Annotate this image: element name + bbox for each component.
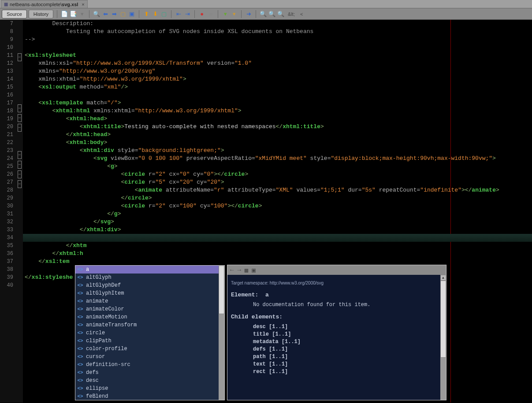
highlight-icon[interactable]: ▢ xyxy=(119,11,126,18)
documentation-panel: ← → ▦ ▣ Target namespace: http://www.w3.… xyxy=(227,265,446,400)
child-element: metadata [1..1] xyxy=(231,338,443,346)
autocomplete-item[interactable]: <>clipPath xyxy=(75,337,219,345)
fold-icon[interactable]: − xyxy=(18,180,22,188)
line-gutter: 78910 11121314 15161718 19202122 2324252… xyxy=(0,20,16,403)
shift-right-icon[interactable]: ⇥ xyxy=(184,11,191,18)
diff-next-icon[interactable]: ▾ xyxy=(231,11,238,18)
history-button[interactable]: History xyxy=(29,10,53,18)
scroll-up-icon[interactable]: ▲ xyxy=(440,275,446,281)
fold-icon[interactable]: − xyxy=(18,161,22,169)
autocomplete-list[interactable]: <>a <>altGlyph <>altGlyphDef <>altGlyphI… xyxy=(75,266,219,400)
autocomplete-item[interactable]: <>color-profile xyxy=(75,345,219,353)
file-tab[interactable]: ▦ netbeans-autocomplete\svg.xsl × xyxy=(1,0,88,8)
scrollbar[interactable]: ▲ xyxy=(440,275,446,400)
fold-column[interactable]: − − − − − − − − xyxy=(16,20,23,403)
child-element: path [1..1] xyxy=(231,353,443,361)
nav-back-icon[interactable]: 📄 xyxy=(61,11,68,18)
autocomplete-item[interactable]: <>cursor xyxy=(75,353,219,361)
element-heading: Element: a xyxy=(231,291,443,299)
element-icon: <> xyxy=(77,386,83,391)
doc-body: Target namespace: http://www.w3.org/2000… xyxy=(227,275,446,398)
zoom-out-icon[interactable]: 🔍 xyxy=(268,11,275,18)
element-icon: <> xyxy=(77,362,83,367)
fold-icon[interactable]: − xyxy=(18,151,22,159)
fold-icon[interactable]: − xyxy=(18,53,22,61)
element-icon: <> xyxy=(77,322,83,328)
element-icon: <> xyxy=(77,370,83,375)
autocomplete-item[interactable]: <>altGlyphDef xyxy=(75,281,219,289)
autocomplete-item[interactable]: <>desc xyxy=(75,377,219,385)
close-icon[interactable]: × xyxy=(82,2,84,7)
fold-icon[interactable]: − xyxy=(18,104,22,112)
lt-label: < xyxy=(300,11,303,17)
bookmark-icon[interactable]: ▢ xyxy=(160,11,167,18)
nav-fwd-icon[interactable]: 📑 xyxy=(70,11,77,18)
tab-path: netbeans-autocomplete\svg.xsl xyxy=(10,2,78,7)
autocomplete-item[interactable]: <>animateTransform xyxy=(75,321,219,329)
element-icon: <> xyxy=(77,354,83,359)
autocomplete-item[interactable]: <>circle xyxy=(75,329,219,337)
copy-icon[interactable]: ▣ xyxy=(252,266,255,274)
scrollbar-thumb[interactable] xyxy=(219,266,224,314)
autocomplete-item[interactable]: <>definition-src xyxy=(75,361,219,369)
entity-label: &lt; xyxy=(288,11,295,17)
element-icon: <> xyxy=(77,378,83,383)
autocomplete-item[interactable]: <>animateColor xyxy=(75,305,219,313)
autocomplete-item[interactable]: <>ellipse xyxy=(75,385,219,392)
shift-left-icon[interactable]: ⇤ xyxy=(175,11,182,18)
autocomplete-item[interactable]: <>altGlyph xyxy=(75,274,219,281)
goto-icon[interactable]: ➜ xyxy=(245,11,252,18)
autocomplete-item[interactable]: <>a xyxy=(75,266,219,274)
element-icon: <> xyxy=(77,394,83,399)
separator xyxy=(57,10,57,18)
editor[interactable]: 78910 11121314 15161718 19202122 2324252… xyxy=(0,20,532,403)
element-icon: <> xyxy=(77,267,83,272)
child-element: defs [1..1] xyxy=(231,346,443,353)
source-button[interactable]: Source xyxy=(2,10,27,18)
autocomplete-item[interactable]: <>animate xyxy=(75,297,219,305)
autocomplete-item[interactable]: <>altGlyphItem xyxy=(75,289,219,297)
element-icon: <> xyxy=(77,346,83,351)
autocomplete-item[interactable]: <>defs xyxy=(75,369,219,377)
up-icon[interactable]: ⬆ xyxy=(143,11,150,18)
down-icon[interactable]: ⬇ xyxy=(152,11,159,18)
zoom-in-icon[interactable]: 🔍 xyxy=(260,11,267,18)
scrollbar-thumb[interactable] xyxy=(440,281,446,358)
record-icon[interactable]: ● xyxy=(198,11,205,18)
find-icon[interactable]: 🔍 xyxy=(93,11,100,18)
separator xyxy=(89,10,89,18)
autocomplete-item[interactable]: <>animateMotion xyxy=(75,313,219,321)
zoom-reset-icon[interactable]: 🔍 xyxy=(277,11,284,18)
separator xyxy=(171,10,171,18)
stop-icon[interactable]: ■ xyxy=(207,11,214,18)
child-element: rect [1..1] xyxy=(231,368,443,376)
scrollbar[interactable] xyxy=(219,266,224,400)
file-icon: ▦ xyxy=(4,2,8,7)
find-prev-icon[interactable]: ⬅ xyxy=(102,11,109,18)
page-icon[interactable]: ▦ xyxy=(245,266,248,274)
element-icon: <> xyxy=(77,314,83,320)
separator xyxy=(241,10,242,18)
fold-icon[interactable]: − xyxy=(18,124,22,132)
fold-icon[interactable]: − xyxy=(18,114,22,122)
child-element: title [1..1] xyxy=(231,331,443,338)
fold-icon[interactable]: − xyxy=(18,170,22,178)
separator xyxy=(194,10,195,18)
forward-icon[interactable]: → xyxy=(237,266,241,274)
separator xyxy=(218,10,218,18)
toolbar: Source History 📄 📑 ▾ 🔍 ⬅ ➡ ▢ ▣ ⬆ ⬇ ▢ ⇤ ⇥… xyxy=(0,8,532,20)
diff-prev-icon[interactable]: ▾ xyxy=(222,11,229,18)
no-doc-text: No documentation found for this item. xyxy=(231,301,443,309)
separator xyxy=(139,10,139,18)
child-element: desc [1..1] xyxy=(231,323,443,331)
doc-toolbar: ← → ▦ ▣ xyxy=(227,265,446,275)
element-icon: <> xyxy=(77,307,83,312)
selection-icon[interactable]: ▣ xyxy=(128,11,135,18)
find-next-icon[interactable]: ➡ xyxy=(111,11,118,18)
element-icon: <> xyxy=(77,338,83,344)
element-icon: <> xyxy=(77,275,83,280)
autocomplete-popup[interactable]: <>a <>altGlyph <>altGlyphDef <>altGlyphI… xyxy=(75,265,225,400)
autocomplete-item[interactable]: <>feBlend xyxy=(75,392,219,400)
back-icon[interactable]: ← xyxy=(230,266,234,274)
dropdown-icon[interactable]: ▾ xyxy=(78,11,86,18)
